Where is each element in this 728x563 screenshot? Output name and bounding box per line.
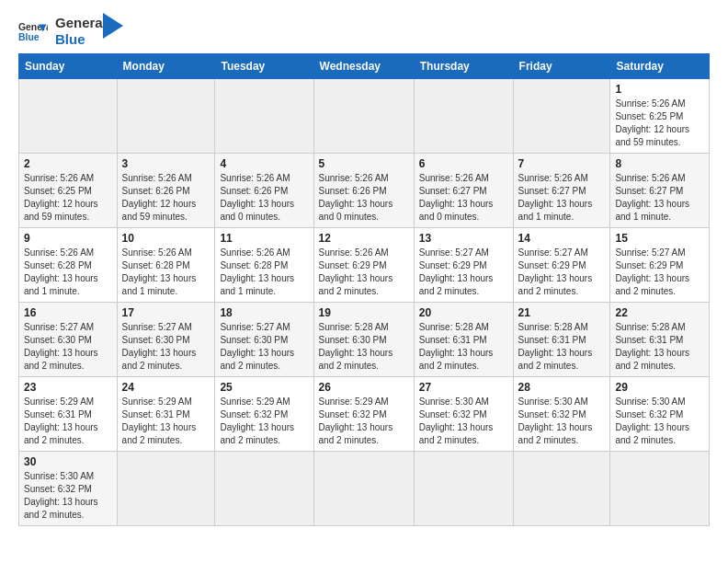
logo-general: General <box>55 15 107 31</box>
day-number: 29 <box>615 381 704 394</box>
day-number: 15 <box>615 232 704 245</box>
day-number: 18 <box>220 306 308 319</box>
calendar-cell: 21Sunrise: 5:28 AM Sunset: 6:31 PM Dayli… <box>513 303 610 377</box>
day-number: 25 <box>220 381 308 394</box>
weekday-header-saturday: Saturday <box>610 54 710 79</box>
day-number: 1 <box>615 83 704 96</box>
logo-triangle-icon <box>103 13 123 39</box>
day-number: 5 <box>319 157 409 170</box>
calendar-cell <box>513 452 610 526</box>
week-row-3: 16Sunrise: 5:27 AM Sunset: 6:30 PM Dayli… <box>19 303 710 377</box>
day-info: Sunrise: 5:29 AM Sunset: 6:31 PM Dayligh… <box>122 396 210 447</box>
day-info: Sunrise: 5:27 AM Sunset: 6:30 PM Dayligh… <box>220 321 308 373</box>
calendar-cell: 6Sunrise: 5:26 AM Sunset: 6:27 PM Daylig… <box>414 154 513 228</box>
calendar-cell <box>117 79 215 154</box>
day-number: 23 <box>24 381 112 394</box>
day-info: Sunrise: 5:30 AM Sunset: 6:32 PM Dayligh… <box>24 470 112 522</box>
day-info: Sunrise: 5:26 AM Sunset: 6:27 PM Dayligh… <box>419 172 508 224</box>
day-number: 9 <box>24 232 112 245</box>
calendar-cell: 27Sunrise: 5:30 AM Sunset: 6:32 PM Dayli… <box>414 377 513 452</box>
day-info: Sunrise: 5:29 AM Sunset: 6:32 PM Dayligh… <box>319 396 409 447</box>
day-info: Sunrise: 5:26 AM Sunset: 6:26 PM Dayligh… <box>220 172 308 224</box>
day-number: 24 <box>122 381 210 394</box>
day-number: 22 <box>615 306 704 319</box>
day-info: Sunrise: 5:28 AM Sunset: 6:31 PM Dayligh… <box>419 321 508 373</box>
day-info: Sunrise: 5:28 AM Sunset: 6:30 PM Dayligh… <box>319 321 409 373</box>
week-row-1: 2Sunrise: 5:26 AM Sunset: 6:25 PM Daylig… <box>19 154 710 228</box>
day-info: Sunrise: 5:29 AM Sunset: 6:31 PM Dayligh… <box>24 396 112 447</box>
day-number: 12 <box>319 232 409 245</box>
day-info: Sunrise: 5:26 AM Sunset: 6:28 PM Dayligh… <box>220 247 308 298</box>
day-number: 2 <box>24 157 112 170</box>
day-info: Sunrise: 5:26 AM Sunset: 6:25 PM Dayligh… <box>615 98 704 149</box>
day-info: Sunrise: 5:27 AM Sunset: 6:30 PM Dayligh… <box>122 321 210 373</box>
weekday-header-friday: Friday <box>513 54 610 79</box>
calendar-cell: 13Sunrise: 5:27 AM Sunset: 6:29 PM Dayli… <box>414 228 513 303</box>
day-number: 6 <box>419 157 508 170</box>
calendar-cell <box>19 79 118 154</box>
calendar-cell: 7Sunrise: 5:26 AM Sunset: 6:27 PM Daylig… <box>513 154 610 228</box>
calendar-cell: 1Sunrise: 5:26 AM Sunset: 6:25 PM Daylig… <box>610 79 710 154</box>
day-number: 10 <box>122 232 210 245</box>
day-info: Sunrise: 5:26 AM Sunset: 6:26 PM Dayligh… <box>319 172 409 224</box>
calendar-cell <box>513 79 610 154</box>
day-number: 19 <box>319 306 409 319</box>
calendar-cell <box>414 79 513 154</box>
calendar-cell: 26Sunrise: 5:29 AM Sunset: 6:32 PM Dayli… <box>313 377 414 452</box>
calendar-cell: 2Sunrise: 5:26 AM Sunset: 6:25 PM Daylig… <box>19 154 118 228</box>
calendar-table: SundayMondayTuesdayWednesdayThursdayFrid… <box>18 53 710 526</box>
day-number: 30 <box>24 455 112 468</box>
day-info: Sunrise: 5:26 AM Sunset: 6:27 PM Dayligh… <box>518 172 606 224</box>
calendar-cell: 30Sunrise: 5:30 AM Sunset: 6:32 PM Dayli… <box>19 452 118 526</box>
day-number: 26 <box>319 381 409 394</box>
logo-svg: General Blue <box>18 18 48 44</box>
calendar-cell: 10Sunrise: 5:26 AM Sunset: 6:28 PM Dayli… <box>117 228 215 303</box>
calendar-cell: 18Sunrise: 5:27 AM Sunset: 6:30 PM Dayli… <box>215 303 313 377</box>
calendar-cell: 14Sunrise: 5:27 AM Sunset: 6:29 PM Dayli… <box>513 228 610 303</box>
logo-blue: Blue <box>55 31 107 48</box>
weekday-header-tuesday: Tuesday <box>215 54 313 79</box>
day-info: Sunrise: 5:26 AM Sunset: 6:25 PM Dayligh… <box>24 172 112 224</box>
day-info: Sunrise: 5:27 AM Sunset: 6:30 PM Dayligh… <box>24 321 112 373</box>
calendar-cell <box>610 452 710 526</box>
calendar-cell: 9Sunrise: 5:26 AM Sunset: 6:28 PM Daylig… <box>19 228 118 303</box>
week-row-2: 9Sunrise: 5:26 AM Sunset: 6:28 PM Daylig… <box>19 228 710 303</box>
day-number: 27 <box>419 381 508 394</box>
day-info: Sunrise: 5:26 AM Sunset: 6:29 PM Dayligh… <box>319 247 409 298</box>
day-number: 8 <box>615 157 704 170</box>
day-info: Sunrise: 5:26 AM Sunset: 6:28 PM Dayligh… <box>122 247 210 298</box>
day-info: Sunrise: 5:28 AM Sunset: 6:31 PM Dayligh… <box>615 321 704 373</box>
weekday-header-monday: Monday <box>117 54 215 79</box>
calendar-cell: 19Sunrise: 5:28 AM Sunset: 6:30 PM Dayli… <box>313 303 414 377</box>
day-info: Sunrise: 5:30 AM Sunset: 6:32 PM Dayligh… <box>518 396 606 447</box>
day-number: 13 <box>419 232 508 245</box>
calendar-cell <box>215 79 313 154</box>
calendar-cell: 22Sunrise: 5:28 AM Sunset: 6:31 PM Dayli… <box>610 303 710 377</box>
logo: General Blue General Blue <box>18 15 123 48</box>
calendar-cell <box>117 452 215 526</box>
calendar-cell: 5Sunrise: 5:26 AM Sunset: 6:26 PM Daylig… <box>313 154 414 228</box>
day-number: 11 <box>220 232 308 245</box>
calendar-cell <box>215 452 313 526</box>
calendar-cell: 4Sunrise: 5:26 AM Sunset: 6:26 PM Daylig… <box>215 154 313 228</box>
svg-text:Blue: Blue <box>18 32 40 42</box>
calendar-cell: 17Sunrise: 5:27 AM Sunset: 6:30 PM Dayli… <box>117 303 215 377</box>
calendar-cell: 8Sunrise: 5:26 AM Sunset: 6:27 PM Daylig… <box>610 154 710 228</box>
day-info: Sunrise: 5:26 AM Sunset: 6:28 PM Dayligh… <box>24 247 112 298</box>
weekday-header-thursday: Thursday <box>414 54 513 79</box>
day-info: Sunrise: 5:27 AM Sunset: 6:29 PM Dayligh… <box>419 247 508 298</box>
day-number: 3 <box>122 157 210 170</box>
day-info: Sunrise: 5:30 AM Sunset: 6:32 PM Dayligh… <box>615 396 704 447</box>
calendar-cell: 11Sunrise: 5:26 AM Sunset: 6:28 PM Dayli… <box>215 228 313 303</box>
day-info: Sunrise: 5:29 AM Sunset: 6:32 PM Dayligh… <box>220 396 308 447</box>
weekday-header-sunday: Sunday <box>19 54 118 79</box>
day-info: Sunrise: 5:26 AM Sunset: 6:26 PM Dayligh… <box>122 172 210 224</box>
day-info: Sunrise: 5:27 AM Sunset: 6:29 PM Dayligh… <box>615 247 704 298</box>
svg-marker-3 <box>103 13 123 39</box>
day-info: Sunrise: 5:26 AM Sunset: 6:27 PM Dayligh… <box>615 172 704 224</box>
weekday-header-wednesday: Wednesday <box>313 54 414 79</box>
calendar-cell: 15Sunrise: 5:27 AM Sunset: 6:29 PM Dayli… <box>610 228 710 303</box>
calendar-cell: 16Sunrise: 5:27 AM Sunset: 6:30 PM Dayli… <box>19 303 118 377</box>
calendar-cell: 24Sunrise: 5:29 AM Sunset: 6:31 PM Dayli… <box>117 377 215 452</box>
day-number: 7 <box>518 157 606 170</box>
